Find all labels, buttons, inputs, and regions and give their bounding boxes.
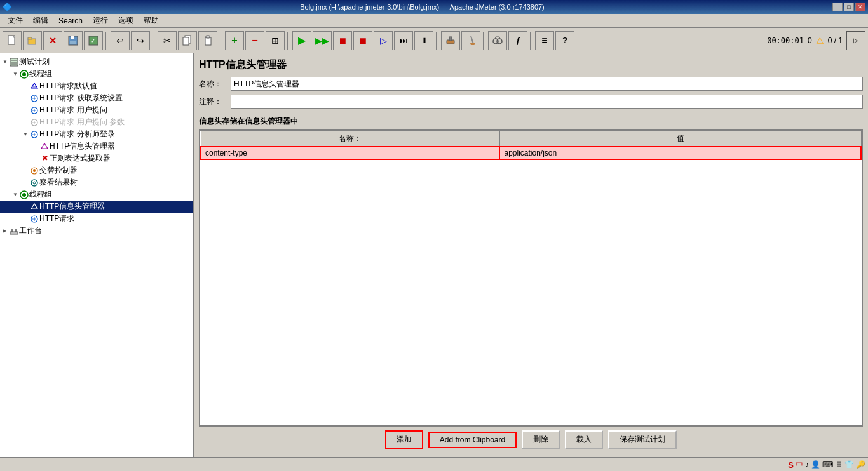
svg-point-17 — [497, 39, 502, 44]
svg-rect-11 — [206, 36, 210, 38]
right-panel: HTTP信息头管理器 名称： 注释： 信息头存储在信息头管理器中 名称： 值 — [194, 53, 868, 457]
col-value: 值 — [499, 131, 861, 147]
menu-file[interactable]: 文件 — [3, 14, 28, 27]
panel-title: HTTP信息头管理器 — [199, 58, 863, 72]
list-button[interactable]: ≡ — [535, 31, 554, 50]
main-area: ▼ 测试计划 ▼ 线程组 ▼ HTTP请求默认值 ▼ — [0, 53, 868, 457]
svg-point-42 — [31, 180, 37, 186]
status-bar: S 中 ♪ 👤 ⌨ 🖥 👕 🔑 — [0, 457, 868, 471]
svg-point-15 — [470, 43, 475, 45]
tree-item-http-header-mgr-1[interactable]: ▼ HTTP信息头管理器 — [0, 140, 193, 152]
svg-point-43 — [33, 182, 36, 184]
tree-item-http-request-2[interactable]: ▼ HTTP请求 — [0, 213, 193, 225]
broom-button[interactable] — [461, 31, 480, 50]
http-sampler4-icon — [29, 129, 39, 140]
sep6 — [483, 32, 485, 50]
tree-item-http-analyst-login[interactable]: ▼ HTTP请求 分析师登录 — [0, 128, 193, 140]
save-plan-button[interactable]: 保存测试计划 — [608, 430, 677, 449]
expand-button[interactable]: ⊞ — [266, 31, 285, 50]
status-icon-key: 🔑 — [856, 460, 865, 469]
http-sampler2-icon — [29, 105, 39, 116]
expand-right-button[interactable]: ▷ — [846, 31, 865, 50]
copy-button[interactable] — [178, 31, 197, 50]
start-no-pause-button[interactable]: ▶▶ — [313, 31, 332, 50]
new-button[interactable] — [3, 31, 22, 50]
tree-item-thread-group-2[interactable]: ▼ 线程组 — [0, 189, 193, 201]
tree-item-workbench[interactable]: ▶ 工作台 — [0, 225, 193, 237]
close-file-button[interactable]: ✕ — [43, 31, 62, 50]
transaction-label: 交替控制器 — [39, 165, 78, 176]
tree-item-http-get-settings[interactable]: ▼ HTTP请求 获取系统设置 — [0, 92, 193, 104]
expand-arrow-wb: ▶ — [3, 228, 9, 234]
add-node-button[interactable]: + — [225, 31, 244, 50]
tree-item-result-tree[interactable]: ▼ 察看结果树 — [0, 176, 193, 189]
close-button[interactable]: ✕ — [855, 3, 865, 11]
menu-options[interactable]: 选项 — [113, 14, 139, 27]
remove-node-button[interactable]: − — [245, 31, 264, 50]
maximize-button[interactable]: □ — [844, 3, 854, 11]
binoculars-button[interactable] — [488, 31, 507, 50]
status-logo-s: S — [788, 460, 794, 470]
col-name: 名称： — [201, 131, 499, 147]
status-icon-monitor: 🖥 — [835, 460, 843, 469]
open-button[interactable] — [23, 31, 42, 50]
undo-button[interactable]: ↩ — [111, 31, 130, 50]
cut-button[interactable]: ✂ — [158, 31, 177, 50]
status-icon-shirt: 👕 — [844, 460, 854, 469]
status-icon-keyboard: ⌨ — [822, 460, 833, 469]
workbench-label: 工作台 — [19, 225, 42, 236]
http-user-prompt-params-label: HTTP请求 用户提问 参数 — [39, 117, 125, 128]
thread-group-1-label: 线程组 — [29, 69, 52, 79]
menu-edit[interactable]: 编辑 — [28, 14, 53, 27]
header-mgr-icon — [39, 142, 50, 152]
http-sampler-icon — [29, 93, 39, 103]
menu-search[interactable]: Search — [53, 15, 88, 27]
workbench-icon — [9, 226, 19, 236]
tree-item-thread-group-1[interactable]: ▼ 线程组 — [0, 68, 193, 80]
delete-button[interactable]: 删除 — [522, 430, 560, 449]
status-logo-text: 中 — [796, 460, 803, 470]
menu-help[interactable]: 帮助 — [139, 14, 164, 27]
tree-item-test-plan[interactable]: ▼ 测试计划 — [0, 56, 193, 68]
expand-arrow: ▼ — [13, 71, 19, 77]
svg-point-45 — [22, 193, 26, 197]
svg-rect-9 — [183, 37, 189, 45]
function-button[interactable]: ƒ — [508, 31, 527, 50]
load-button[interactable]: 载入 — [565, 430, 603, 449]
start-button[interactable]: ▶ — [292, 31, 311, 50]
tree-item-regex-extractor[interactable]: ▼ ✖ 正则表达式提取器 — [0, 152, 193, 164]
save-button[interactable] — [64, 31, 83, 50]
add-from-clipboard-button[interactable]: Add from Clipboard — [428, 432, 517, 448]
add-button[interactable]: 添加 — [385, 430, 423, 449]
name-row: 名称： — [199, 77, 863, 91]
app-icon: 🔷 — [3, 3, 12, 11]
tree-item-http-header-mgr-2[interactable]: ▼ HTTP信息头管理器 — [0, 201, 193, 213]
hammer-button[interactable] — [441, 31, 460, 50]
tree-item-http-defaults[interactable]: ▼ HTTP请求默认值 — [0, 80, 193, 92]
minimize-button[interactable]: _ — [832, 3, 843, 11]
table-row[interactable]: content-type application/json — [201, 147, 861, 159]
http-defaults-label: HTTP请求默认值 — [39, 81, 97, 91]
help-button[interactable]: ? — [555, 31, 574, 50]
paste-button[interactable] — [198, 31, 217, 50]
shutdown-button[interactable]: ⏹ — [353, 31, 372, 50]
tree-item-transaction-controller[interactable]: ▼ 交替控制器 — [0, 164, 193, 176]
comment-input[interactable] — [231, 95, 863, 109]
menu-run[interactable]: 运行 — [88, 14, 113, 27]
revert-button[interactable]: ✓ — [84, 31, 103, 50]
http-sampler3-icon — [29, 117, 39, 128]
headers-table-container: 名称： 值 content-type application/json — [199, 129, 863, 427]
stop-button[interactable]: ⏹ — [333, 31, 352, 50]
remote-start-all-button[interactable]: ⏭ — [394, 31, 413, 50]
http-header-mgr-1-label: HTTP信息头管理器 — [50, 141, 115, 152]
svg-rect-13 — [449, 37, 452, 41]
svg-rect-49 — [10, 232, 18, 234]
test-plan-label: 测试计划 — [19, 56, 50, 67]
remote-start-button[interactable]: ▷ — [374, 31, 393, 50]
row-name: content-type — [201, 147, 499, 159]
name-input[interactable] — [231, 77, 863, 91]
redo-button[interactable]: ↪ — [131, 31, 150, 50]
remote-stop-button[interactable]: ⏸ — [414, 31, 433, 50]
tree-item-http-user-prompt-params[interactable]: ▼ HTTP请求 用户提问 参数 — [0, 116, 193, 128]
tree-item-http-user-prompt[interactable]: ▼ HTTP请求 用户提问 — [0, 104, 193, 116]
